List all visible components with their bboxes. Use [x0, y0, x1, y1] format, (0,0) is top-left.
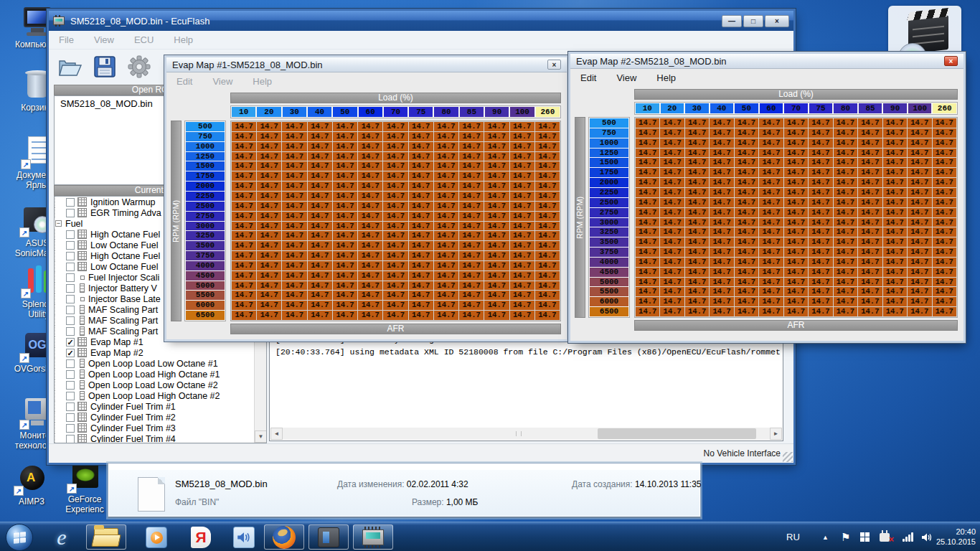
tree-checkbox[interactable]: [66, 413, 75, 422]
afr-cell[interactable]: 14.7: [434, 261, 458, 270]
afr-cell[interactable]: 14.7: [510, 161, 534, 171]
afr-cell[interactable]: 14.7: [834, 198, 857, 207]
afr-cell[interactable]: 14.7: [459, 231, 484, 240]
rpm-row-header[interactable]: 2500: [186, 202, 225, 211]
afr-cell[interactable]: 14.7: [232, 281, 256, 291]
afr-cell[interactable]: 14.7: [834, 208, 857, 217]
afr-cell[interactable]: 14.7: [459, 212, 484, 221]
afr-cell[interactable]: 14.7: [282, 161, 306, 171]
afr-cell[interactable]: 14.7: [535, 142, 560, 151]
tree-checkbox[interactable]: [66, 209, 75, 217]
afr-cell[interactable]: 14.7: [710, 168, 733, 177]
afr-cell[interactable]: 14.7: [735, 237, 758, 247]
load-column-header[interactable]: 80: [434, 107, 458, 117]
save-rom-button[interactable]: [92, 54, 118, 80]
afr-cell[interactable]: 14.7: [333, 161, 357, 171]
afr-cell[interactable]: 14.7: [383, 291, 407, 300]
afr-cell[interactable]: 14.7: [409, 231, 433, 240]
afr-cell[interactable]: 14.7: [908, 118, 931, 128]
afr-cell[interactable]: 14.7: [257, 152, 281, 161]
afr-cell[interactable]: 14.7: [759, 178, 783, 187]
afr-cell[interactable]: 14.7: [685, 297, 709, 306]
afr-cell[interactable]: 14.7: [834, 307, 857, 316]
afr-cell[interactable]: 14.7: [358, 222, 382, 231]
afr-cell[interactable]: 14.7: [308, 231, 332, 240]
afr-cell[interactable]: 14.7: [232, 122, 256, 131]
afr-cell[interactable]: 14.7: [383, 212, 407, 221]
afr-cell[interactable]: 14.7: [759, 118, 783, 128]
afr-cell[interactable]: 14.7: [383, 271, 407, 281]
afr-cell[interactable]: 14.7: [358, 311, 382, 320]
afr-cell[interactable]: 14.7: [282, 122, 306, 131]
afr-cell[interactable]: 14.7: [257, 122, 281, 131]
afr-cell[interactable]: 14.7: [834, 278, 857, 287]
afr-cell[interactable]: 14.7: [484, 291, 509, 300]
afr-cell[interactable]: 14.7: [636, 218, 659, 227]
afr-cell[interactable]: 14.7: [510, 192, 534, 201]
afr-cell[interactable]: 14.7: [409, 301, 433, 310]
afr-cell[interactable]: 14.7: [710, 188, 733, 197]
volume-icon[interactable]: [921, 522, 933, 551]
load-column-header[interactable]: 75: [409, 107, 433, 117]
afr-cell[interactable]: 14.7: [636, 149, 659, 158]
rpm-row-header[interactable]: 1250: [590, 149, 628, 158]
action-center-flag-icon[interactable]: ⚑: [841, 522, 850, 551]
afr-cell[interactable]: 14.7: [759, 227, 783, 237]
afr-cell[interactable]: 14.7: [383, 222, 407, 231]
afr-cell[interactable]: 14.7: [685, 258, 709, 267]
rpm-row-header[interactable]: 750: [186, 132, 225, 141]
afr-cell[interactable]: 14.7: [308, 192, 332, 201]
collapse-icon[interactable]: −: [55, 220, 62, 227]
afr-cell[interactable]: 14.7: [358, 301, 382, 310]
afr-cell[interactable]: 14.7: [459, 161, 484, 171]
afr-cell[interactable]: 14.7: [282, 261, 306, 270]
afr-cell[interactable]: 14.7: [784, 227, 808, 237]
afr-cell[interactable]: 14.7: [308, 281, 332, 291]
afr-cell[interactable]: 14.7: [535, 291, 560, 300]
rpm-row-header[interactable]: 2250: [590, 188, 628, 197]
afr-cell[interactable]: 14.7: [809, 178, 832, 187]
tree-checkbox[interactable]: [66, 381, 75, 390]
afr-cell[interactable]: 14.7: [257, 171, 281, 181]
afr-cell[interactable]: 14.7: [636, 227, 659, 237]
afr-cell[interactable]: 14.7: [735, 149, 758, 158]
load-column-header[interactable]: 90: [485, 107, 509, 117]
afr-cell[interactable]: 14.7: [759, 198, 783, 207]
afr-cell[interactable]: 14.7: [834, 178, 857, 187]
afr-cell[interactable]: 14.7: [232, 241, 256, 250]
afr-cell[interactable]: 14.7: [933, 297, 956, 306]
tree-checkbox[interactable]: [66, 241, 75, 250]
tree-item[interactable]: Open Loop Load High Octane #1: [55, 369, 266, 380]
afr-cell[interactable]: 14.7: [383, 122, 407, 131]
rpm-row-header[interactable]: 6000: [186, 301, 225, 310]
afr-cell[interactable]: 14.7: [333, 231, 357, 240]
afr-cell[interactable]: 14.7: [535, 182, 560, 191]
afr-cell[interactable]: 14.7: [685, 268, 709, 277]
load-column-header[interactable]: 85: [859, 103, 882, 113]
afr-cell[interactable]: 14.7: [358, 271, 382, 281]
afr-cell[interactable]: 14.7: [809, 258, 832, 267]
afr-cell[interactable]: 14.7: [308, 212, 332, 221]
afr-cell[interactable]: 14.7: [333, 241, 357, 250]
afr-cell[interactable]: 14.7: [834, 118, 857, 128]
afr-cell[interactable]: 14.7: [282, 222, 306, 231]
afr-cell[interactable]: 14.7: [735, 278, 758, 287]
afr-cell[interactable]: 14.7: [908, 227, 931, 237]
afr-cell[interactable]: 14.7: [358, 152, 382, 161]
afr-cell[interactable]: 14.7: [784, 198, 808, 207]
load-column-header[interactable]: 30: [685, 103, 709, 113]
close-button[interactable]: ×: [547, 60, 561, 70]
afr-cell[interactable]: 14.7: [735, 208, 758, 217]
open-rom-button[interactable]: [57, 54, 83, 80]
afr-cell[interactable]: 14.7: [908, 218, 931, 227]
afr-cell[interactable]: 14.7: [535, 152, 560, 161]
maximize-button[interactable]: □: [743, 15, 763, 27]
afr-cell[interactable]: 14.7: [735, 227, 758, 237]
tree-checkbox[interactable]: [66, 306, 75, 314]
rpm-row-header[interactable]: 6000: [590, 297, 628, 306]
afr-cell[interactable]: 14.7: [636, 168, 659, 177]
afr-cell[interactable]: 14.7: [409, 122, 433, 131]
afr-cell[interactable]: 14.7: [308, 261, 332, 270]
afr-cell[interactable]: 14.7: [685, 168, 709, 177]
afr-cell[interactable]: 14.7: [459, 142, 484, 151]
